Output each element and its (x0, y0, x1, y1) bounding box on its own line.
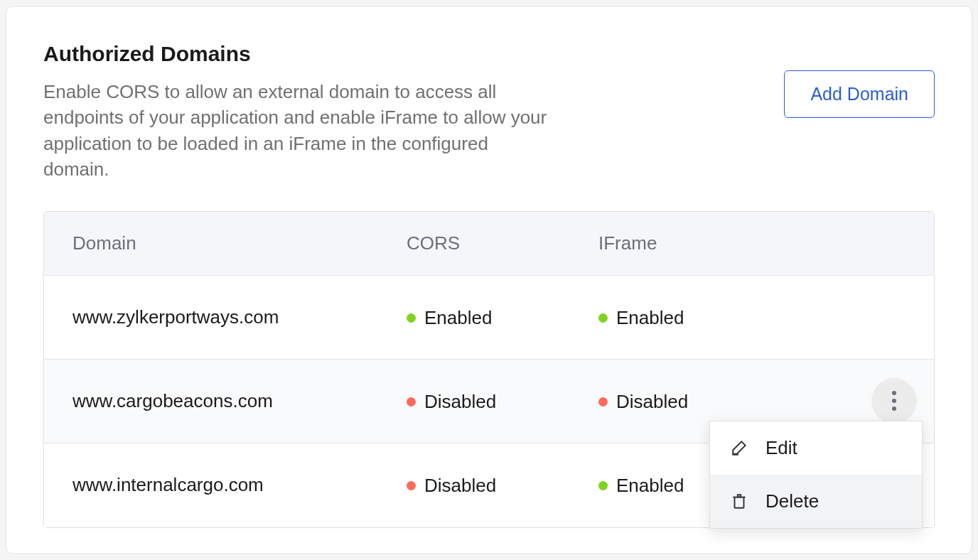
cors-status-text: Enabled (424, 307, 492, 329)
edit-icon (730, 438, 748, 457)
trash-icon (730, 492, 748, 510)
domain-cell: www.cargobeacons.com (72, 390, 407, 412)
section-header: Authorized Domains Enable CORS to allow … (43, 42, 935, 183)
cors-status-text: Disabled (424, 475, 496, 497)
menu-item-delete-label: Delete (765, 490, 819, 512)
iframe-cell: Disabled (598, 389, 906, 413)
menu-item-edit[interactable]: Edit (710, 421, 922, 475)
table-row: www.zylkerportways.com Enabled Enabled (44, 276, 934, 360)
more-vertical-icon (892, 399, 896, 403)
menu-item-delete[interactable]: Delete (710, 475, 922, 528)
domains-table: Domain CORS IFrame www.zylkerportways.co… (43, 211, 935, 528)
iframe-status-text: Enabled (616, 307, 684, 329)
menu-item-edit-label: Edit (765, 437, 797, 459)
cors-status-text: Disabled (424, 391, 496, 413)
section-title: Authorized Domains (43, 42, 555, 66)
add-domain-button[interactable]: Add Domain (784, 70, 935, 118)
domain-cell: www.zylkerportways.com (72, 306, 407, 328)
table-header-row: Domain CORS IFrame (44, 212, 934, 276)
header-text-block: Authorized Domains Enable CORS to allow … (43, 42, 555, 183)
authorized-domains-card: Authorized Domains Enable CORS to allow … (6, 6, 972, 554)
more-vertical-icon (892, 406, 896, 411)
status-dot-icon (407, 313, 416, 323)
status-dot-icon (407, 481, 416, 490)
cors-cell: Enabled (407, 306, 598, 329)
cors-cell: Disabled (407, 389, 598, 413)
status-dot-icon (598, 397, 608, 406)
row-actions-button[interactable] (871, 378, 917, 424)
status-dot-icon (598, 481, 608, 490)
iframe-cell: Enabled (598, 306, 906, 329)
row-actions-menu: Edit Delete (709, 421, 923, 529)
status-dot-icon (598, 313, 608, 323)
iframe-status-text: Enabled (616, 475, 684, 497)
section-description: Enable CORS to allow an external domain … (43, 79, 555, 183)
table-row: www.cargobeacons.com Disabled Disabled (44, 360, 934, 443)
domain-cell: www.internalcargo.com (72, 474, 407, 496)
iframe-status-text: Disabled (616, 391, 688, 413)
header-cors: CORS (407, 232, 598, 254)
more-vertical-icon (892, 391, 896, 395)
header-domain: Domain (72, 232, 407, 254)
header-iframe: IFrame (598, 232, 906, 254)
cors-cell: Disabled (407, 473, 598, 497)
status-dot-icon (407, 397, 416, 406)
